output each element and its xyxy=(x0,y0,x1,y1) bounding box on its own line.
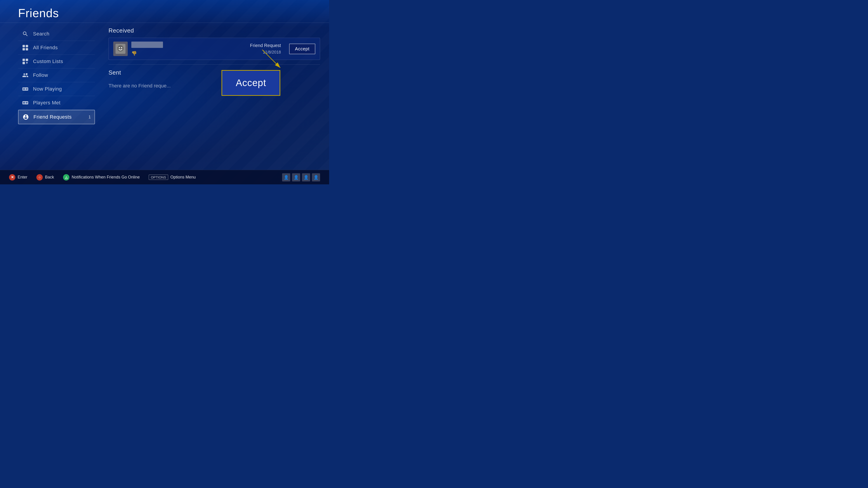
svg-rect-4 xyxy=(23,59,25,61)
sent-empty-message: There are no Friend reque... xyxy=(108,83,320,89)
page-title: Friends xyxy=(18,6,59,20)
received-section-title: Received xyxy=(108,27,320,34)
request-meta: Friend Request 11/8/2018 xyxy=(250,43,281,55)
notifications-label: Notifications When Friends Go Online xyxy=(72,175,140,180)
bottom-bar: ✕ Enter ○ Back △ Notifications When Frie… xyxy=(0,170,329,184)
avatar xyxy=(113,41,128,56)
thumbs-down-icon: 👎 xyxy=(131,51,137,56)
sidebar-item-all-friends[interactable]: All Friends xyxy=(18,41,95,55)
username-redacted xyxy=(131,41,163,48)
sidebar-item-friend-requests[interactable]: + Friend Requests 1 xyxy=(18,110,95,124)
user-info: 👎 xyxy=(131,41,246,56)
svg-point-9 xyxy=(117,45,124,52)
sidebar-item-search[interactable]: Search xyxy=(18,27,95,41)
search-icon xyxy=(22,30,29,37)
svg-rect-1 xyxy=(26,45,28,47)
accept-highlight-container: Accept xyxy=(221,70,280,96)
custom-lists-icon xyxy=(22,58,29,65)
bottom-right-icons: 👤 👤 👤 👤 xyxy=(282,173,320,182)
svg-rect-3 xyxy=(26,48,28,51)
options-control: OPTIONS Options Menu xyxy=(149,175,196,180)
sidebar-item-players-met[interactable]: Players Met xyxy=(18,96,95,110)
triangle-button-icon: △ xyxy=(63,174,69,181)
sidebar-item-search-label: Search xyxy=(33,31,50,37)
svg-text:+: + xyxy=(27,114,28,116)
enter-label: Enter xyxy=(18,175,27,180)
o-button-icon: ○ xyxy=(36,174,43,181)
profile-icon-2: 👤 xyxy=(292,173,300,182)
sidebar-item-all-friends-label: All Friends xyxy=(33,45,58,51)
profile-icon-1: 👤 xyxy=(282,173,290,182)
options-badge: OPTIONS xyxy=(149,175,168,180)
sidebar-item-players-met-label: Players Met xyxy=(33,100,61,106)
all-friends-icon xyxy=(22,44,29,51)
section-divider xyxy=(108,64,320,65)
title-divider xyxy=(0,23,329,23)
friend-requests-icon: + xyxy=(22,113,29,121)
svg-rect-2 xyxy=(23,48,25,51)
players-met-icon xyxy=(22,99,29,106)
svg-point-10 xyxy=(119,47,120,48)
request-date: 11/8/2018 xyxy=(250,50,281,55)
svg-point-11 xyxy=(121,47,122,48)
friend-requests-badge: 1 xyxy=(88,115,91,120)
svg-rect-6 xyxy=(23,62,25,64)
sidebar-item-friend-requests-label: Friend Requests xyxy=(33,114,72,120)
svg-rect-0 xyxy=(23,45,25,47)
options-menu-label: Options Menu xyxy=(170,175,196,180)
sidebar-item-now-playing[interactable]: Now Playing xyxy=(18,82,95,96)
request-type: Friend Request xyxy=(250,43,281,48)
back-control: ○ Back xyxy=(36,174,54,181)
profile-icon-3: 👤 xyxy=(302,173,310,182)
sidebar-item-custom-lists-label: Custom Lists xyxy=(33,59,63,64)
sidebar-item-now-playing-label: Now Playing xyxy=(33,86,62,92)
sidebar-item-custom-lists[interactable]: Custom Lists xyxy=(18,55,95,68)
sidebar: Search All Friends Custom Lists Follow N… xyxy=(18,27,95,124)
profile-icon-4: 👤 xyxy=(312,173,320,182)
sidebar-item-follow-label: Follow xyxy=(33,72,48,78)
accept-button-small[interactable]: Accept xyxy=(289,43,315,54)
notifications-control: △ Notifications When Friends Go Online xyxy=(63,174,140,181)
main-content: Received 👎 Friend Request 11/8/2018 Acce… xyxy=(108,27,320,89)
now-playing-icon xyxy=(22,86,29,93)
sidebar-item-follow[interactable]: Follow xyxy=(18,68,95,82)
sent-section-title: Sent xyxy=(108,69,320,76)
friend-request-card: 👎 Friend Request 11/8/2018 Accept xyxy=(108,38,320,60)
follow-icon xyxy=(22,72,29,79)
back-label: Back xyxy=(45,175,54,180)
enter-control: ✕ Enter xyxy=(9,174,27,181)
svg-rect-5 xyxy=(26,59,28,61)
x-button-icon: ✕ xyxy=(9,174,16,181)
accept-button-large[interactable]: Accept xyxy=(221,70,280,96)
